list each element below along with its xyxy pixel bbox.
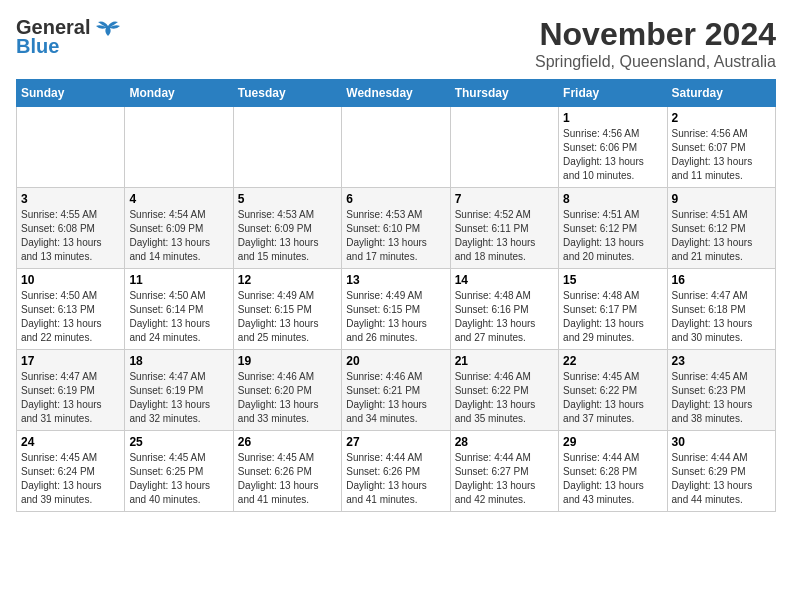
day-info: Sunrise: 4:46 AM Sunset: 6:20 PM Dayligh… — [238, 370, 337, 426]
day-info: Sunrise: 4:53 AM Sunset: 6:09 PM Dayligh… — [238, 208, 337, 264]
logo-blue-text: Blue — [16, 35, 59, 58]
day-number: 29 — [563, 435, 662, 449]
day-info: Sunrise: 4:50 AM Sunset: 6:13 PM Dayligh… — [21, 289, 120, 345]
day-number: 11 — [129, 273, 228, 287]
day-number: 14 — [455, 273, 554, 287]
calendar-cell: 3Sunrise: 4:55 AM Sunset: 6:08 PM Daylig… — [17, 188, 125, 269]
calendar-cell: 21Sunrise: 4:46 AM Sunset: 6:22 PM Dayli… — [450, 350, 558, 431]
weekday-header: Tuesday — [233, 80, 341, 107]
day-number: 5 — [238, 192, 337, 206]
calendar-cell: 9Sunrise: 4:51 AM Sunset: 6:12 PM Daylig… — [667, 188, 775, 269]
calendar-cell: 1Sunrise: 4:56 AM Sunset: 6:06 PM Daylig… — [559, 107, 667, 188]
day-info: Sunrise: 4:51 AM Sunset: 6:12 PM Dayligh… — [563, 208, 662, 264]
calendar-cell: 20Sunrise: 4:46 AM Sunset: 6:21 PM Dayli… — [342, 350, 450, 431]
day-number: 18 — [129, 354, 228, 368]
calendar-cell: 19Sunrise: 4:46 AM Sunset: 6:20 PM Dayli… — [233, 350, 341, 431]
calendar-cell: 7Sunrise: 4:52 AM Sunset: 6:11 PM Daylig… — [450, 188, 558, 269]
calendar-cell: 4Sunrise: 4:54 AM Sunset: 6:09 PM Daylig… — [125, 188, 233, 269]
day-number: 12 — [238, 273, 337, 287]
day-info: Sunrise: 4:56 AM Sunset: 6:06 PM Dayligh… — [563, 127, 662, 183]
day-number: 25 — [129, 435, 228, 449]
title-section: November 2024 Springfield, Queensland, A… — [535, 16, 776, 71]
day-number: 24 — [21, 435, 120, 449]
subtitle: Springfield, Queensland, Australia — [535, 53, 776, 71]
day-info: Sunrise: 4:50 AM Sunset: 6:14 PM Dayligh… — [129, 289, 228, 345]
day-number: 19 — [238, 354, 337, 368]
calendar-cell: 24Sunrise: 4:45 AM Sunset: 6:24 PM Dayli… — [17, 431, 125, 512]
day-info: Sunrise: 4:49 AM Sunset: 6:15 PM Dayligh… — [238, 289, 337, 345]
calendar-cell: 25Sunrise: 4:45 AM Sunset: 6:25 PM Dayli… — [125, 431, 233, 512]
page-header: General Blue November 2024 Springfield, … — [16, 16, 776, 71]
day-info: Sunrise: 4:47 AM Sunset: 6:18 PM Dayligh… — [672, 289, 771, 345]
calendar-cell: 29Sunrise: 4:44 AM Sunset: 6:28 PM Dayli… — [559, 431, 667, 512]
day-info: Sunrise: 4:49 AM Sunset: 6:15 PM Dayligh… — [346, 289, 445, 345]
day-number: 21 — [455, 354, 554, 368]
day-info: Sunrise: 4:48 AM Sunset: 6:16 PM Dayligh… — [455, 289, 554, 345]
day-info: Sunrise: 4:44 AM Sunset: 6:29 PM Dayligh… — [672, 451, 771, 507]
calendar-cell: 16Sunrise: 4:47 AM Sunset: 6:18 PM Dayli… — [667, 269, 775, 350]
day-number: 20 — [346, 354, 445, 368]
day-number: 3 — [21, 192, 120, 206]
day-number: 13 — [346, 273, 445, 287]
calendar-cell: 6Sunrise: 4:53 AM Sunset: 6:10 PM Daylig… — [342, 188, 450, 269]
calendar-cell: 8Sunrise: 4:51 AM Sunset: 6:12 PM Daylig… — [559, 188, 667, 269]
day-info: Sunrise: 4:44 AM Sunset: 6:28 PM Dayligh… — [563, 451, 662, 507]
day-number: 17 — [21, 354, 120, 368]
day-number: 30 — [672, 435, 771, 449]
calendar-cell: 30Sunrise: 4:44 AM Sunset: 6:29 PM Dayli… — [667, 431, 775, 512]
day-number: 1 — [563, 111, 662, 125]
day-info: Sunrise: 4:56 AM Sunset: 6:07 PM Dayligh… — [672, 127, 771, 183]
day-number: 6 — [346, 192, 445, 206]
day-info: Sunrise: 4:47 AM Sunset: 6:19 PM Dayligh… — [21, 370, 120, 426]
day-info: Sunrise: 4:51 AM Sunset: 6:12 PM Dayligh… — [672, 208, 771, 264]
calendar-body: 1Sunrise: 4:56 AM Sunset: 6:06 PM Daylig… — [17, 107, 776, 512]
weekday-header: Sunday — [17, 80, 125, 107]
weekday-header: Saturday — [667, 80, 775, 107]
calendar-cell: 5Sunrise: 4:53 AM Sunset: 6:09 PM Daylig… — [233, 188, 341, 269]
day-info: Sunrise: 4:47 AM Sunset: 6:19 PM Dayligh… — [129, 370, 228, 426]
calendar-cell: 26Sunrise: 4:45 AM Sunset: 6:26 PM Dayli… — [233, 431, 341, 512]
day-info: Sunrise: 4:46 AM Sunset: 6:22 PM Dayligh… — [455, 370, 554, 426]
day-number: 2 — [672, 111, 771, 125]
calendar-cell — [450, 107, 558, 188]
main-title: November 2024 — [535, 16, 776, 53]
weekday-header: Wednesday — [342, 80, 450, 107]
day-number: 28 — [455, 435, 554, 449]
day-info: Sunrise: 4:45 AM Sunset: 6:24 PM Dayligh… — [21, 451, 120, 507]
day-info: Sunrise: 4:52 AM Sunset: 6:11 PM Dayligh… — [455, 208, 554, 264]
calendar-cell: 23Sunrise: 4:45 AM Sunset: 6:23 PM Dayli… — [667, 350, 775, 431]
day-number: 10 — [21, 273, 120, 287]
day-number: 15 — [563, 273, 662, 287]
weekday-header: Friday — [559, 80, 667, 107]
calendar-cell: 11Sunrise: 4:50 AM Sunset: 6:14 PM Dayli… — [125, 269, 233, 350]
day-info: Sunrise: 4:45 AM Sunset: 6:26 PM Dayligh… — [238, 451, 337, 507]
day-number: 16 — [672, 273, 771, 287]
day-number: 27 — [346, 435, 445, 449]
calendar-cell: 14Sunrise: 4:48 AM Sunset: 6:16 PM Dayli… — [450, 269, 558, 350]
weekday-header: Thursday — [450, 80, 558, 107]
day-info: Sunrise: 4:46 AM Sunset: 6:21 PM Dayligh… — [346, 370, 445, 426]
calendar-cell — [17, 107, 125, 188]
calendar-cell: 22Sunrise: 4:45 AM Sunset: 6:22 PM Dayli… — [559, 350, 667, 431]
calendar-cell: 27Sunrise: 4:44 AM Sunset: 6:26 PM Dayli… — [342, 431, 450, 512]
calendar-cell: 15Sunrise: 4:48 AM Sunset: 6:17 PM Dayli… — [559, 269, 667, 350]
calendar-cell: 12Sunrise: 4:49 AM Sunset: 6:15 PM Dayli… — [233, 269, 341, 350]
day-number: 4 — [129, 192, 228, 206]
day-info: Sunrise: 4:54 AM Sunset: 6:09 PM Dayligh… — [129, 208, 228, 264]
day-number: 22 — [563, 354, 662, 368]
day-number: 9 — [672, 192, 771, 206]
calendar-cell: 13Sunrise: 4:49 AM Sunset: 6:15 PM Dayli… — [342, 269, 450, 350]
logo: General Blue — [16, 16, 122, 58]
calendar-table: SundayMondayTuesdayWednesdayThursdayFrid… — [16, 79, 776, 512]
day-info: Sunrise: 4:45 AM Sunset: 6:23 PM Dayligh… — [672, 370, 771, 426]
day-info: Sunrise: 4:44 AM Sunset: 6:26 PM Dayligh… — [346, 451, 445, 507]
day-number: 23 — [672, 354, 771, 368]
day-info: Sunrise: 4:53 AM Sunset: 6:10 PM Dayligh… — [346, 208, 445, 264]
day-number: 26 — [238, 435, 337, 449]
day-info: Sunrise: 4:44 AM Sunset: 6:27 PM Dayligh… — [455, 451, 554, 507]
weekday-header: Monday — [125, 80, 233, 107]
calendar-cell: 17Sunrise: 4:47 AM Sunset: 6:19 PM Dayli… — [17, 350, 125, 431]
day-info: Sunrise: 4:45 AM Sunset: 6:25 PM Dayligh… — [129, 451, 228, 507]
calendar-cell: 10Sunrise: 4:50 AM Sunset: 6:13 PM Dayli… — [17, 269, 125, 350]
logo-bird-icon — [94, 18, 122, 38]
